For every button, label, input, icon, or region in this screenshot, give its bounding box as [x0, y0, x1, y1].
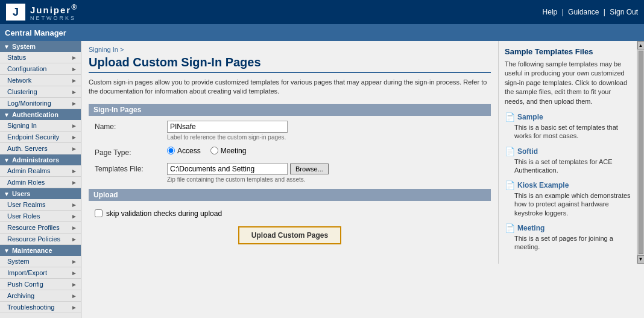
template-link-sample[interactable]: 📄 Sample — [505, 112, 631, 122]
templates-file-row: Templates File: Browse... Zip file conta… — [89, 163, 491, 183]
sidebar-item-admin-roles[interactable]: Admin Roles ► — [0, 177, 81, 188]
sidebar-item-system-maint[interactable]: System ► — [0, 256, 81, 267]
signing-in-arrow-icon: ► — [71, 122, 77, 129]
sidebar-item-user-roles[interactable]: User Roles ► — [0, 211, 81, 222]
sidebar-section-administrators-label: Administrators — [12, 156, 59, 164]
sidebar-item-configuration-label: Configuration — [7, 65, 46, 72]
sidebar-item-user-realms[interactable]: User Realms ► — [0, 199, 81, 211]
sidebar-section-users-label: Users — [12, 190, 31, 197]
sidebar-item-endpoint-security[interactable]: Endpoint Security ► — [0, 132, 81, 143]
help-link[interactable]: Help — [543, 8, 558, 16]
sidebar-item-clustering-label: Clustering — [7, 88, 37, 95]
sidebar-item-user-realms-label: User Realms — [7, 201, 46, 208]
breadcrumb-link[interactable]: Signing In — [89, 46, 118, 53]
template-link-kiosk[interactable]: 📄 Kiosk Example — [505, 180, 631, 190]
template-link-meeting[interactable]: 📄 Meeting — [505, 223, 631, 233]
sidebar-item-signing-in[interactable]: Signing In ► — [0, 120, 81, 132]
sidebar-section-system[interactable]: ▼ System — [0, 41, 81, 52]
template-item-kiosk: 📄 Kiosk Example This is an example which… — [505, 180, 631, 217]
log-monitoring-arrow-icon: ► — [71, 100, 77, 107]
sidebar-item-admin-realms[interactable]: Admin Realms ► — [0, 165, 81, 177]
scroll-down-arrow[interactable]: ▼ — [637, 255, 645, 264]
cm-title: Central Manager — [5, 28, 66, 37]
page-title: Upload Custom Sign-In Pages — [89, 56, 491, 73]
sidebar-item-resource-profiles[interactable]: Resource Profiles ► — [0, 222, 81, 234]
scroll-thumb[interactable] — [639, 51, 643, 254]
scroll-up-arrow[interactable]: ▲ — [637, 41, 645, 49]
file-input-group: Browse... — [167, 163, 485, 175]
name-label: Name: — [95, 121, 167, 131]
sidebar-section-system-label: System — [12, 43, 36, 50]
breadcrumb-separator: > — [120, 46, 124, 53]
users-toggle-icon: ▼ — [4, 191, 10, 197]
sign-in-pages-section: Sign-In Pages — [89, 104, 491, 116]
sidebar-item-auth-servers[interactable]: Auth. Servers ► — [0, 143, 81, 154]
breadcrumb: Signing In > — [89, 46, 491, 53]
sidebar-item-import-export[interactable]: Import/Export ► — [0, 267, 81, 279]
sidebar: ▼ System Status ► Configuration ► Networ… — [0, 41, 81, 318]
sidebar-item-status[interactable]: Status ► — [0, 52, 81, 63]
guidance-link[interactable]: Guidance — [568, 8, 599, 16]
sidebar-item-endpoint-security-label: Endpoint Security — [7, 133, 59, 141]
name-control: Label to reference the custom sign-in pa… — [167, 121, 485, 141]
radio-meeting-text: Meeting — [221, 147, 247, 155]
skip-validation-checkbox[interactable] — [95, 209, 103, 217]
logo-name: Juniper — [30, 5, 71, 15]
name-hint: Label to reference the custom sign-in pa… — [167, 134, 485, 141]
radio-meeting-label[interactable]: Meeting — [210, 147, 247, 155]
sidebar-item-import-export-label: Import/Export — [7, 269, 47, 276]
templates-file-label: Templates File: — [95, 163, 167, 173]
header: J Juniper® NETWORKS Help | Guidance | Si… — [0, 0, 644, 24]
sidebar-item-user-roles-label: User Roles — [7, 212, 40, 220]
logo-j: J — [13, 6, 19, 19]
import-export-arrow-icon: ► — [71, 270, 77, 276]
right-panel-title: Sample Templates Files — [505, 47, 631, 56]
archiving-arrow-icon: ► — [71, 293, 77, 299]
sidebar-item-push-config[interactable]: Push Config ► — [0, 279, 81, 290]
sidebar-section-maintenance[interactable]: ▼ Maintenance — [0, 245, 81, 256]
resource-policies-arrow-icon: ► — [71, 236, 77, 243]
radio-access-label[interactable]: Access — [167, 147, 201, 155]
browse-button[interactable]: Browse... — [290, 164, 329, 174]
sidebar-item-network[interactable]: Network ► — [0, 75, 81, 86]
resource-profiles-arrow-icon: ► — [71, 224, 77, 231]
logo-brand: Juniper® — [30, 3, 78, 15]
template-name-meeting: Meeting — [517, 224, 545, 232]
sidebar-item-push-config-label: Push Config — [7, 281, 43, 288]
template-name-sample: Sample — [517, 113, 543, 121]
sidebar-section-administrators[interactable]: ▼ Administrators — [0, 154, 81, 165]
sign-out-link[interactable]: Sign Out — [610, 8, 638, 16]
logo-box: J — [6, 4, 25, 21]
template-link-softid[interactable]: 📄 Softid — [505, 147, 631, 156]
system-toggle-icon: ▼ — [4, 43, 10, 50]
name-input[interactable] — [167, 121, 288, 133]
upload-custom-pages-button[interactable]: Upload Custom Pages — [238, 226, 341, 244]
template-name-softid: Softid — [517, 147, 538, 156]
sidebar-item-system-maint-label: System — [7, 258, 30, 265]
file-path-input[interactable] — [167, 163, 288, 175]
sidebar-item-resource-policies-label: Resource Policies — [7, 235, 60, 243]
endpoint-security-arrow-icon: ► — [71, 134, 77, 141]
sidebar-item-archiving[interactable]: Archiving ► — [0, 290, 81, 302]
sidebar-item-troubleshooting[interactable]: Troubleshooting ► — [0, 302, 81, 313]
sidebar-section-users[interactable]: ▼ Users — [0, 188, 81, 199]
status-arrow-icon: ► — [71, 54, 77, 61]
page-description: Custom sign-in pages allow you to provid… — [89, 78, 491, 97]
name-row: Name: Label to reference the custom sign… — [89, 121, 491, 141]
radio-meeting[interactable] — [210, 147, 218, 154]
troubleshooting-arrow-icon: ► — [71, 304, 77, 311]
skip-validation-row: skip validation checks during upload — [89, 206, 491, 221]
sidebar-section-maintenance-label: Maintenance — [12, 247, 52, 254]
auth-servers-arrow-icon: ► — [71, 145, 77, 152]
radio-access[interactable] — [167, 147, 175, 154]
sidebar-item-log-monitoring[interactable]: Log/Monitoring ► — [0, 98, 81, 109]
sidebar-item-resource-policies[interactable]: Resource Policies ► — [0, 234, 81, 245]
sidebar-section-authentication[interactable]: ▼ Authentication — [0, 109, 81, 120]
sidebar-item-status-label: Status — [7, 54, 26, 61]
sidebar-item-clustering[interactable]: Clustering ► — [0, 86, 81, 98]
file-icon-kiosk: 📄 — [505, 180, 515, 190]
sidebar-item-configuration[interactable]: Configuration ► — [0, 63, 81, 75]
template-item-softid: 📄 Softid This is a set of templates for … — [505, 147, 631, 175]
clustering-arrow-icon: ► — [71, 89, 77, 95]
page-type-row: Page Type: Access Meeting — [89, 147, 491, 157]
